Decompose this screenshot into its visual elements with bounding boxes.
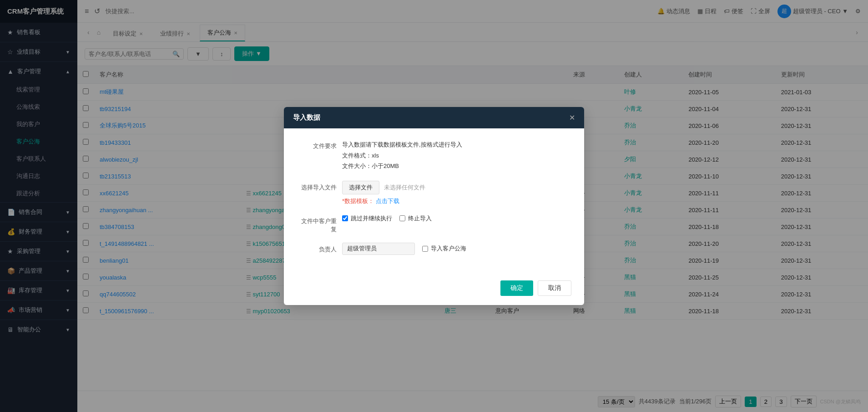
stop-import-label: 终止导入 [408, 214, 432, 223]
duplicate-label: 文件中客户重复 [297, 214, 342, 234]
cancel-btn[interactable]: 取消 [538, 280, 571, 296]
file-req-text3: 文件大小：小于20MB [342, 161, 571, 171]
duplicate-content: 跳过并继续执行 终止导入 [342, 214, 571, 223]
modal-title: 导入数据 [293, 113, 320, 122]
confirm-btn[interactable]: 确定 [500, 280, 533, 296]
modal-body: 文件要求 导入数据请下载数据模板文件,按格式进行导入 文件格式：xls 文件大小… [284, 128, 584, 275]
file-input-row: 选择文件 未选择任何文件 [342, 181, 571, 194]
checkbox-row: 跳过并继续执行 终止导入 [342, 214, 571, 223]
import-modal: 导入数据 ✕ 文件要求 导入数据请下载数据模板文件,按格式进行导入 文件格式：x… [284, 107, 584, 305]
file-requirements-content: 导入数据请下载数据模板文件,按格式进行导入 文件格式：xls 文件大小：小于20… [342, 139, 571, 171]
assignee-row: 负责人 导入客户公海 [297, 243, 571, 255]
select-file-row: 选择导入文件 选择文件 未选择任何文件 *数据模板： 点击下载 [297, 181, 571, 205]
import-public-option[interactable]: 导入客户公海 [422, 244, 466, 253]
select-file-btn[interactable]: 选择文件 [342, 181, 379, 194]
select-file-label: 选择导入文件 [297, 181, 342, 192]
stop-import-option[interactable]: 终止导入 [399, 214, 432, 223]
duplicate-row: 文件中客户重复 跳过并继续执行 终止导入 [297, 214, 571, 234]
stop-import-checkbox[interactable] [399, 215, 405, 221]
modal-header: 导入数据 ✕ [284, 107, 584, 128]
skip-continue-option[interactable]: 跳过并继续执行 [342, 214, 392, 223]
import-public-label: 导入客户公海 [431, 244, 466, 253]
assignee-input[interactable] [342, 243, 415, 255]
assignee-label: 负责人 [297, 243, 342, 254]
modal-footer: 确定 取消 [284, 275, 584, 305]
template-label: *数据模板： [342, 198, 374, 204]
file-req-text1: 导入数据请下载数据模板文件,按格式进行导入 [342, 139, 571, 150]
modal-overlay[interactable]: 导入数据 ✕ 文件要求 导入数据请下载数据模板文件,按格式进行导入 文件格式：x… [0, 0, 868, 412]
select-file-content: 选择文件 未选择任何文件 *数据模板： 点击下载 [342, 181, 571, 205]
file-hint: 未选择任何文件 [384, 183, 425, 192]
skip-continue-label: 跳过并继续执行 [351, 214, 392, 223]
file-requirements-row: 文件要求 导入数据请下载数据模板文件,按格式进行导入 文件格式：xls 文件大小… [297, 139, 571, 171]
template-link-row: *数据模板： 点击下载 [342, 197, 571, 205]
file-req-text2: 文件格式：xls [342, 150, 571, 161]
template-download-link[interactable]: 点击下载 [376, 198, 399, 204]
skip-continue-checkbox[interactable] [342, 215, 348, 221]
file-requirements-label: 文件要求 [297, 139, 342, 150]
import-public-checkbox[interactable] [422, 246, 428, 252]
assignee-content: 导入客户公海 [342, 243, 571, 255]
modal-close-btn[interactable]: ✕ [569, 113, 575, 122]
